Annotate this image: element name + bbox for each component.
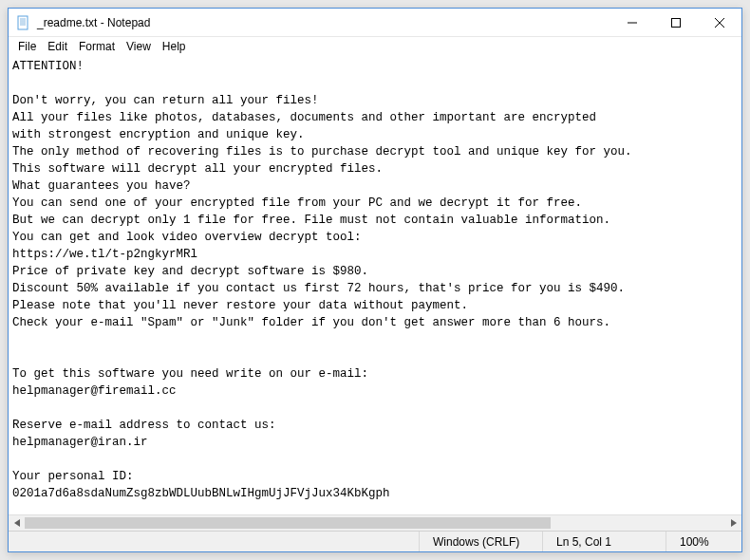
maximize-button[interactable] — [654, 9, 698, 37]
scroll-left-button[interactable] — [9, 515, 25, 531]
menu-view[interactable]: View — [121, 37, 157, 56]
horizontal-scrollbar[interactable] — [9, 514, 741, 531]
close-button[interactable] — [698, 9, 741, 37]
editor-area[interactable]: ATTENTION! Don't worry, you can return a… — [9, 56, 741, 514]
notepad-window: _readme.txt - Notepad File Edit Format V… — [8, 8, 742, 552]
status-line-ending: Windows (CRLF) — [419, 532, 542, 551]
menubar: File Edit Format View Help — [9, 37, 741, 56]
menu-help[interactable]: Help — [157, 37, 192, 56]
menu-format[interactable]: Format — [73, 37, 121, 56]
window-controls — [610, 9, 741, 36]
svg-marker-10 — [731, 519, 737, 527]
notepad-icon — [16, 15, 31, 30]
menu-file[interactable]: File — [12, 37, 42, 56]
status-zoom: 100% — [666, 532, 741, 551]
scroll-track[interactable] — [25, 515, 725, 531]
scroll-right-button[interactable] — [725, 515, 741, 531]
editor-text[interactable]: ATTENTION! Don't worry, you can return a… — [9, 56, 741, 514]
titlebar: _readme.txt - Notepad — [9, 9, 741, 37]
status-cursor: Ln 5, Col 1 — [542, 532, 666, 551]
svg-marker-9 — [14, 519, 20, 527]
window-title: _readme.txt - Notepad — [37, 16, 150, 29]
statusbar: Windows (CRLF) Ln 5, Col 1 100% — [9, 531, 741, 551]
scroll-thumb[interactable] — [25, 517, 551, 529]
minimize-button[interactable] — [610, 9, 654, 37]
svg-rect-6 — [672, 19, 681, 28]
menu-edit[interactable]: Edit — [42, 37, 73, 56]
